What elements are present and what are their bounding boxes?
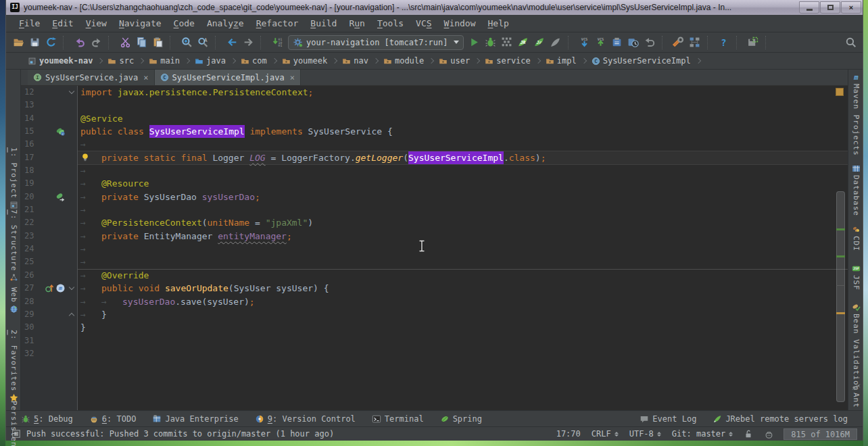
menu-refactor[interactable]: Refactor: [250, 17, 305, 30]
code-line-20[interactable]: 20→private SysUserDao sysUserDao;: [21, 191, 848, 203]
breadcrumb-item-user[interactable]: user: [439, 56, 470, 66]
breadcrumb-item-nav[interactable]: nav: [342, 56, 368, 66]
breadcrumb-item-module[interactable]: module: [383, 56, 424, 66]
code-line-18[interactable]: 18→: [21, 164, 848, 177]
caret-position[interactable]: 17:70: [556, 429, 581, 439]
breadcrumb-item-sysuserserviceimpl[interactable]: CSysUserServiceImpl: [592, 56, 691, 66]
code-text[interactable]: →private SysUserDao sysUserDao;: [78, 191, 848, 203]
toolwindow-button-persistence[interactable]: Persistence: [6, 401, 21, 446]
maximize-button[interactable]: [820, 1, 840, 14]
toolwindow-button--project[interactable]: 1: Project: [6, 147, 21, 209]
code-text[interactable]: private static final Logger LOG = Logger…: [78, 151, 848, 164]
back-button[interactable]: [224, 34, 240, 51]
toolwindow-button-cdi[interactable]: CDI: [848, 225, 863, 251]
inspection-indicator[interactable]: [836, 88, 844, 96]
toolwindow-button-java-enterprise[interactable]: Java Enterprise: [144, 414, 246, 424]
breadcrumb-item-service[interactable]: service: [485, 56, 531, 66]
toolwindow-button--todo[interactable]: 6: TODO: [81, 414, 145, 424]
menu-run[interactable]: Run: [343, 17, 370, 30]
run-button[interactable]: [466, 34, 483, 51]
code-line-21[interactable]: 21→: [21, 203, 848, 216]
debug-button[interactable]: [483, 34, 499, 51]
code-line-19[interactable]: 19→@Resource: [21, 177, 848, 190]
profile-button[interactable]: [548, 34, 564, 51]
replace-button[interactable]: A: [195, 34, 211, 51]
code-text[interactable]: }: [78, 321, 848, 334]
rollback-button[interactable]: [642, 34, 658, 51]
breadcrumb-item-impl[interactable]: impl: [546, 56, 577, 66]
code-text[interactable]: →@Override: [78, 269, 848, 282]
hector-inspector-icon[interactable]: [764, 429, 774, 439]
code-line-27[interactable]: 27m→public void saveOrUpdate(SysUser sys…: [21, 282, 848, 295]
code-line-23[interactable]: 23→private EntityManager entityManager;: [21, 230, 848, 243]
code-line-29[interactable]: 29→}: [21, 308, 848, 321]
toolwindow-button-maven-projects[interactable]: mMaven Projects: [848, 73, 863, 156]
code-text[interactable]: [78, 347, 848, 360]
menu-build[interactable]: Build: [304, 17, 343, 30]
override-icon[interactable]: [45, 283, 55, 293]
code-text[interactable]: →public void saveOrUpdate(SysUser sysUse…: [78, 282, 848, 295]
code-line-31[interactable]: 31: [21, 334, 848, 347]
toolwindow-button--structure[interactable]: 7: Structure: [6, 209, 21, 282]
code-text[interactable]: [78, 99, 848, 112]
toolwindow-button-jrebel-remote-servers-log[interactable]: JRebel remote servers log: [704, 414, 856, 424]
toolwindow-button-web[interactable]: Web: [6, 287, 21, 314]
menu-tools[interactable]: Tools: [371, 17, 410, 30]
code-line-15[interactable]: 15cpublic class SysUserServiceImpl imple…: [21, 125, 848, 138]
coverage-button[interactable]: [499, 34, 515, 51]
vcs-branch-selector[interactable]: Git: master: [672, 429, 733, 439]
toolwindow-button-spring[interactable]: Spring: [432, 414, 490, 424]
tab-SysUserServiceImpl.java[interactable]: CSysUserServiceImpl.java×: [155, 70, 301, 85]
menu-code[interactable]: Code: [168, 17, 201, 30]
menu-edit[interactable]: Edit: [46, 17, 79, 30]
autowired-icon[interactable]: [55, 192, 66, 202]
project-structure-button[interactable]: [687, 34, 703, 51]
toolwindow-button-bean-validation[interactable]: Bean Validation: [848, 303, 863, 391]
undo-button[interactable]: [72, 34, 88, 51]
code-text[interactable]: [78, 334, 848, 347]
code-text[interactable]: public class SysUserServiceImpl implemen…: [78, 125, 848, 138]
toolwindow-button--version-control[interactable]: 9: Version Control: [247, 414, 364, 424]
local-history-button[interactable]: [625, 34, 642, 51]
menu-view[interactable]: View: [80, 17, 113, 30]
jrebel-run-button[interactable]: JR: [515, 34, 531, 51]
code-text[interactable]: →: [78, 164, 848, 177]
encoding-selector[interactable]: UTF-8: [629, 429, 661, 439]
close-tab-icon[interactable]: ×: [290, 73, 295, 82]
synchronize-button[interactable]: [43, 34, 59, 51]
toolwindow-button-database[interactable]: Database: [848, 164, 863, 216]
copy-button[interactable]: [133, 34, 149, 51]
code-line-24[interactable]: 24→: [21, 243, 848, 255]
code-line-32[interactable]: 32: [21, 347, 848, 360]
jrebel-debug-button[interactable]: Jr: [531, 34, 548, 51]
code-text[interactable]: →private EntityManager entityManager;: [78, 230, 848, 243]
memory-indicator[interactable]: 815 of 1016M: [783, 428, 857, 440]
title-bar[interactable]: IJ youmeek-nav - [C:\Users\zhangchaohuan…: [6, 0, 863, 15]
cut-button[interactable]: [117, 34, 133, 51]
code-text[interactable]: →: [78, 138, 848, 151]
save-all-button[interactable]: [26, 34, 43, 51]
fold-marker[interactable]: [66, 91, 78, 93]
vcs-update-button[interactable]: VCS: [577, 34, 593, 51]
update-running-app-button[interactable]: 011001: [269, 34, 285, 51]
breadcrumb-item-main[interactable]: main: [149, 56, 180, 66]
code-line-26[interactable]: 26→@Override: [21, 269, 848, 282]
redo-button[interactable]: [88, 34, 104, 51]
code-line-12[interactable]: 12import javax.persistence.PersistenceCo…: [21, 86, 848, 99]
find-button[interactable]: [178, 34, 195, 51]
code-editor[interactable]: 12import javax.persistence.PersistenceCo…: [21, 86, 848, 410]
code-line-22[interactable]: 22→@PersistenceContext(unitName = "jpaXm…: [21, 216, 848, 229]
toolwindow-button--favorites[interactable]: 2: Favorites: [6, 330, 21, 402]
toolwindow-button-jsf[interactable]: JSFJSF: [848, 264, 863, 291]
code-line-28[interactable]: 28→→sysUserDao.save(sysUser);: [21, 295, 848, 308]
toolwindow-button--debug[interactable]: 5: Debug: [13, 414, 81, 424]
tab-SysUserService.java[interactable]: ISysUserService.java×: [28, 70, 155, 85]
code-line-14[interactable]: 14@Service: [21, 112, 848, 125]
stripe-mark-green-2[interactable]: [836, 255, 845, 257]
spring-bean-icon[interactable]: c: [55, 126, 66, 137]
breadcrumb-item-youmeek[interactable]: youmeek: [282, 56, 328, 66]
code-line-17[interactable]: 17private static final Logger LOG = Logg…: [21, 151, 848, 164]
menu-navigate[interactable]: Navigate: [113, 17, 168, 30]
close-tab-icon[interactable]: ×: [143, 73, 148, 82]
code-text[interactable]: @Service: [78, 112, 848, 125]
